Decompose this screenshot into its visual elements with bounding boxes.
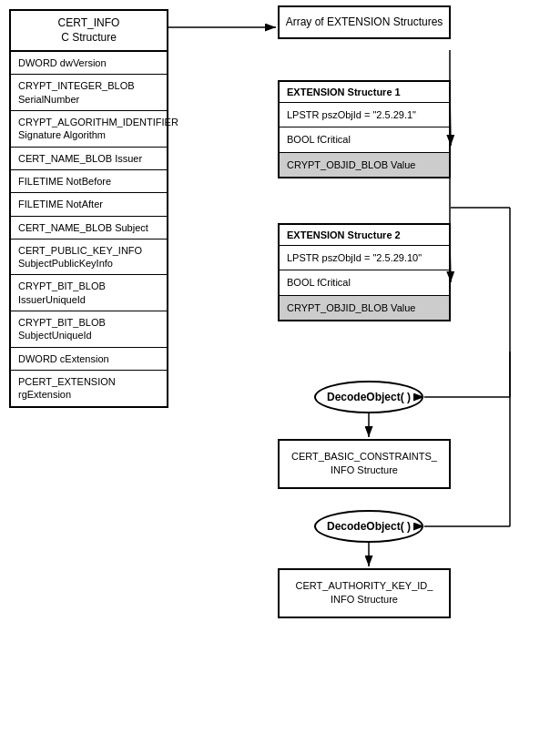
extension-structure-1-box: EXTENSION Structure 1 LPSTR pszObjId = "… [278, 80, 451, 178]
list-item: CERT_NAME_BLOB Issuer [11, 148, 167, 170]
list-item: FILETIME NotBefore [11, 170, 167, 193]
cert-basic-constraints-box: CERT_BASIC_CONSTRAINTS_ INFO Structure [278, 439, 451, 489]
list-item: CRYPT_BIT_BLOB IssuerUniqueId [11, 275, 167, 311]
decode2-label: DecodeObject( ) [327, 520, 411, 533]
cert-auth-label: CERT_AUTHORITY_KEY_ID_ INFO Structure [296, 580, 433, 605]
ext2-row2: BOOL fCritical [280, 270, 449, 295]
ext2-row1: LPSTR pszObjId = "2.5.29.10" [280, 246, 449, 270]
cert-info-header: CERT_INFO C Structure [11, 11, 167, 52]
ext1-row3: CRYPT_OBJID_BLOB Value [280, 153, 449, 177]
cert-info-box: CERT_INFO C Structure DWORD dwVersion CR… [9, 9, 168, 408]
cert-basic-label: CERT_BASIC_CONSTRAINTS_ INFO Structure [291, 451, 437, 475]
list-item: DWORD dwVersion [11, 52, 167, 75]
decode-object-2: DecodeObject( ) [314, 510, 423, 543]
extension-array-title: Array of EXTENSION Structures [286, 15, 443, 28]
ext1-header: EXTENSION Structure 1 [280, 82, 449, 103]
list-item: CRYPT_INTEGER_BLOB SerialNumber [11, 75, 167, 111]
cert-info-title-line1: CERT_INFO [58, 16, 120, 29]
list-item: CRYPT_ALGORITHM_IDENTIFIER Signature Alg… [11, 111, 167, 148]
list-item: CERT_PUBLIC_KEY_INFO SubjectPublicKeyInf… [11, 240, 167, 276]
cert-info-title-line2: C Structure [61, 31, 117, 44]
list-item: DWORD cExtension [11, 348, 167, 371]
list-item: CERT_NAME_BLOB Subject [11, 217, 167, 240]
ext1-row2: BOOL fCritical [280, 127, 449, 152]
diagram-container: CERT_INFO C Structure DWORD dwVersion CR… [0, 0, 560, 744]
ext2-row3: CRYPT_OBJID_BLOB Value [280, 296, 449, 320]
ext1-row1: LPSTR pszObjId = "2.5.29.1" [280, 103, 449, 127]
decode1-label: DecodeObject( ) [327, 391, 411, 403]
extension-array-box: Array of EXTENSION Structures [278, 5, 451, 39]
list-item: FILETIME NotAfter [11, 193, 167, 216]
list-item: CRYPT_BIT_BLOB SubjectUniqueId [11, 311, 167, 348]
cert-info-rows: DWORD dwVersion CRYPT_INTEGER_BLOB Seria… [11, 52, 167, 405]
decode-object-1: DecodeObject( ) [314, 381, 423, 413]
ext2-header: EXTENSION Structure 2 [280, 225, 449, 246]
extension-structure-2-box: EXTENSION Structure 2 LPSTR pszObjId = "… [278, 223, 451, 321]
cert-authority-key-box: CERT_AUTHORITY_KEY_ID_ INFO Structure [278, 568, 451, 618]
list-item: PCERT_EXTENSION rgExtension [11, 371, 167, 406]
